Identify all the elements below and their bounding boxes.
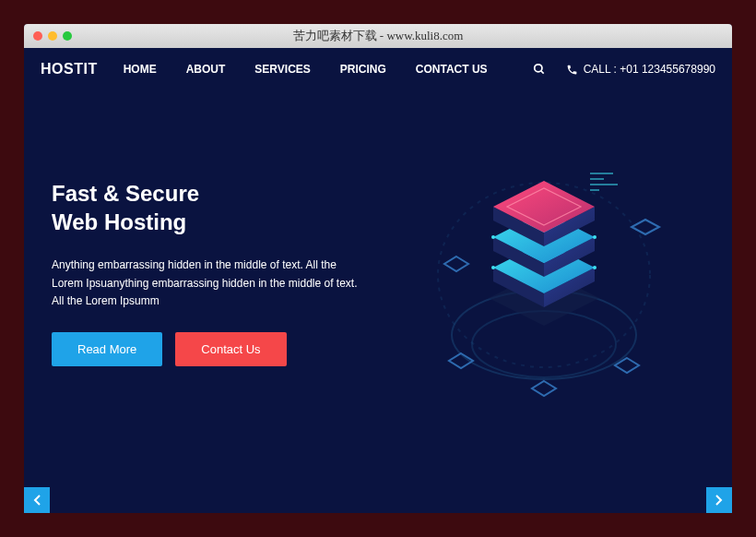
nav-contact[interactable]: CONTACT US: [416, 63, 488, 76]
server-illustration: [406, 127, 682, 404]
svg-point-11: [491, 235, 495, 239]
search-icon[interactable]: [533, 63, 546, 76]
hero-title-line2: Web Hosting: [52, 209, 186, 234]
hero-title-line1: Fast & Secure: [52, 181, 199, 206]
chevron-left-icon: [32, 494, 41, 507]
svg-line-1: [540, 71, 543, 74]
svg-point-0: [534, 65, 541, 72]
hero-section: Fast & Secure Web Hosting Anything embar…: [24, 90, 732, 423]
nav-about[interactable]: ABOUT: [186, 63, 226, 76]
nav-services[interactable]: SERVICES: [254, 63, 310, 76]
contact-us-button[interactable]: Contact Us: [175, 332, 286, 366]
hero-illustration-container: [384, 127, 704, 404]
call-text: CALL : +01 123455678990: [584, 63, 715, 76]
svg-point-10: [593, 266, 597, 269]
svg-point-12: [593, 235, 597, 239]
hero-title: Fast & Secure Web Hosting: [52, 179, 365, 236]
logo[interactable]: HOSTIT: [41, 61, 98, 78]
read-more-button[interactable]: Read More: [52, 332, 162, 366]
browser-title-bar: 苦力吧素材下载 - www.kuli8.com: [24, 24, 732, 48]
phone-icon: [566, 64, 578, 76]
hero-buttons: Read More Contact Us: [52, 332, 365, 366]
browser-frame: 苦力吧素材下载 - www.kuli8.com HOSTIT HOME ABOU…: [24, 24, 732, 513]
slider-prev-button[interactable]: [24, 487, 50, 513]
svg-point-9: [491, 266, 495, 269]
chevron-right-icon: [715, 494, 724, 507]
navbar: HOSTIT HOME ABOUT SERVICES PRICING CONTA…: [24, 48, 732, 90]
nav-right: CALL : +01 123455678990: [533, 63, 715, 76]
nav-menu: HOME ABOUT SERVICES PRICING CONTACT US: [124, 63, 488, 76]
hero-description: Anything embarrassing hidden in the midd…: [52, 257, 365, 310]
call-info[interactable]: CALL : +01 123455678990: [566, 63, 715, 76]
nav-pricing[interactable]: PRICING: [340, 63, 386, 76]
hero-content: Fast & Secure Web Hosting Anything embar…: [52, 127, 365, 404]
browser-title: 苦力吧素材下载 - www.kuli8.com: [24, 28, 732, 44]
slider-next-button[interactable]: [706, 487, 732, 513]
nav-home[interactable]: HOME: [124, 63, 157, 76]
